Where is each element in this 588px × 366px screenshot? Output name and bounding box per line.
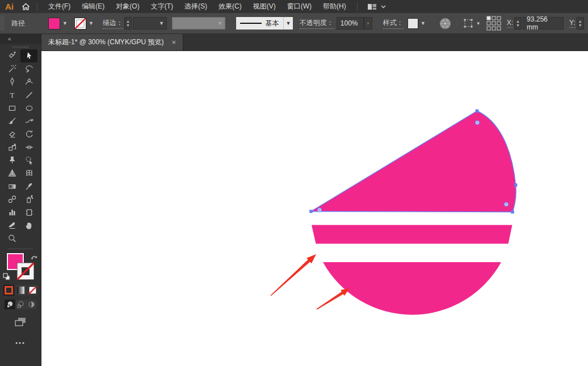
fill-color-control[interactable]: ▼	[48, 18, 70, 30]
opacity-field[interactable]: 100%	[337, 17, 364, 30]
stroke-none-swatch[interactable]	[74, 18, 86, 30]
draw-behind-button[interactable]	[15, 300, 26, 309]
annotation-arrow-1	[271, 254, 317, 296]
menu-object[interactable]: 对象(O)	[110, 0, 145, 13]
stroke-weight-label[interactable]: 描边：	[103, 18, 123, 29]
y-coordinate-label[interactable]: Y:	[569, 19, 576, 28]
menu-view[interactable]: 视图(V)	[247, 0, 282, 13]
rotate-tool[interactable]	[20, 128, 37, 141]
width-profile-combo[interactable]: 基本	[236, 17, 283, 30]
curvature-tool[interactable]	[20, 75, 37, 89]
document-title: 未标题-1* @ 300% (CMYK/GPU 预览)	[48, 37, 164, 47]
workspace-switcher[interactable]	[367, 3, 386, 11]
y-stepper[interactable]: ▲▼	[577, 17, 584, 30]
edit-toolbar-button[interactable]: •••	[15, 339, 26, 346]
panel-grip[interactable]	[0, 16, 5, 31]
pen-plus-tool[interactable]	[3, 49, 20, 62]
gradient-button[interactable]	[15, 285, 26, 296]
eyedropper-tool[interactable]	[20, 180, 37, 193]
divider	[8, 249, 33, 249]
color-button[interactable]	[3, 285, 14, 296]
stroke-weight-combo[interactable]: ▼	[133, 17, 167, 30]
stroke-weight-stepper[interactable]: ▲▼	[124, 17, 132, 30]
selection-tool[interactable]	[20, 49, 37, 62]
x-coordinate-field[interactable]: 93.256 mm	[523, 17, 564, 30]
pin-tool[interactable]	[3, 154, 20, 167]
draw-inside-button[interactable]	[26, 300, 37, 309]
type-tool[interactable]: T	[3, 89, 20, 102]
slice-tool[interactable]	[3, 219, 20, 232]
divider	[38, 19, 39, 28]
bowl-shape[interactable]	[323, 262, 501, 315]
transform-button[interactable]: ▼	[463, 18, 483, 29]
recolor-artwork-button[interactable]	[439, 17, 452, 30]
document-area: 未标题-1* @ 300% (CMYK/GPU 预览) ×	[41, 34, 588, 366]
fan-shape[interactable]	[311, 111, 516, 212]
menu-file[interactable]: 文件(F)	[43, 0, 76, 13]
artboard-canvas[interactable]	[41, 51, 588, 366]
mesh-tool[interactable]	[20, 167, 37, 180]
band-shape[interactable]	[312, 225, 513, 244]
menu-window[interactable]: 窗口(W)	[282, 0, 317, 13]
pen-tool[interactable]	[3, 75, 20, 89]
document-tab[interactable]: 未标题-1* @ 300% (CMYK/GPU 预览) ×	[41, 34, 183, 51]
chevron-down-icon	[381, 5, 386, 9]
line-segment-tool[interactable]	[20, 89, 37, 102]
width-tool[interactable]	[20, 141, 37, 154]
shape-builder-tool[interactable]	[20, 154, 37, 167]
chevron-down-icon: ▼	[86, 20, 96, 26]
menu-type[interactable]: 文字(T)	[145, 0, 179, 13]
scale-tool[interactable]	[3, 141, 20, 154]
stroke-color-control[interactable]: ▼	[74, 18, 96, 30]
document-tab-bar: 未标题-1* @ 300% (CMYK/GPU 预览) ×	[41, 34, 588, 51]
tool-spacer	[20, 232, 37, 245]
symbol-sprayer-tool[interactable]	[20, 193, 37, 206]
home-icon[interactable]	[19, 3, 32, 11]
reference-point-grid-icon	[486, 16, 501, 31]
fill-color-swatch[interactable]	[48, 18, 60, 30]
x-coordinate-label[interactable]: X:	[507, 19, 513, 28]
zoom-tool[interactable]	[3, 232, 20, 245]
blend-tool[interactable]	[3, 193, 20, 206]
x-stepper[interactable]: ▲▼	[514, 17, 522, 30]
screen-mode-icon[interactable]	[14, 317, 27, 330]
swap-fill-stroke-icon[interactable]	[31, 253, 38, 263]
menu-select[interactable]: 选择(S)	[179, 0, 213, 13]
menu-effect[interactable]: 效果(C)	[213, 0, 247, 13]
menu-edit[interactable]: 编辑(E)	[76, 0, 110, 13]
menu-help[interactable]: 帮助(H)	[317, 0, 352, 13]
draw-normal-button[interactable]	[5, 300, 15, 309]
hand-tool[interactable]	[20, 219, 37, 232]
close-icon[interactable]: ×	[172, 38, 177, 47]
control-bar: 路径 ▼ ▼ 描边： ▲▼ ▼ ▼ 基本 ▼ 不透明度： 100% › 样式：	[0, 13, 588, 34]
width-profile-value: 基本	[266, 19, 279, 28]
none-button[interactable]	[27, 285, 38, 296]
style-swatch[interactable]	[408, 18, 418, 29]
perspective-grid-tool[interactable]	[3, 167, 20, 180]
stroke-color-indicator[interactable]	[17, 263, 34, 280]
ellipse-tool[interactable]	[20, 102, 37, 115]
opacity-more-button[interactable]: ›	[364, 17, 372, 30]
brush-definition-combo[interactable]: ▼	[172, 17, 225, 30]
style-label[interactable]: 样式：	[383, 18, 404, 29]
gradient-tool[interactable]	[3, 180, 20, 193]
eraser-tool[interactable]	[3, 128, 20, 141]
default-fill-stroke-icon[interactable]	[3, 272, 10, 283]
lasso-tool[interactable]	[20, 62, 37, 75]
panel-collapse-button[interactable]: «	[0, 34, 41, 44]
panel-grip[interactable]	[12, 46, 28, 48]
chevron-down-icon[interactable]: ▼	[418, 20, 428, 26]
opacity-label[interactable]: 不透明度：	[300, 18, 334, 29]
fill-stroke-control	[6, 253, 35, 281]
stroke-profile-preview	[240, 23, 262, 24]
chevron-down-icon[interactable]: ▼	[283, 17, 293, 30]
reference-point-locator[interactable]	[486, 16, 501, 31]
rectangle-tool[interactable]	[3, 102, 20, 115]
magic-wand-tool[interactable]	[3, 62, 20, 75]
divider	[457, 19, 457, 28]
shaper-tool[interactable]	[20, 115, 37, 128]
paintbrush-tool[interactable]	[3, 115, 20, 128]
workspace-icon	[367, 3, 377, 11]
artboard-tool[interactable]	[20, 206, 37, 219]
column-graph-tool[interactable]	[3, 206, 20, 219]
